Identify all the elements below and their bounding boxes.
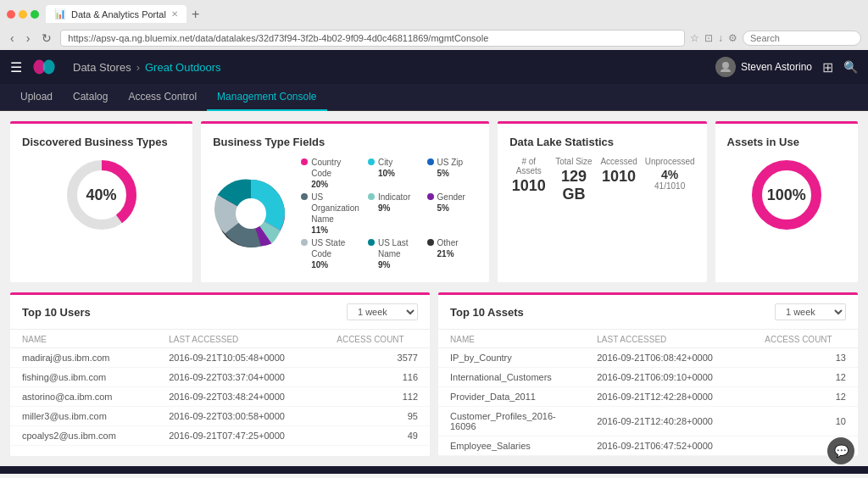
legend-label-3: US Organization Name <box>311 192 359 225</box>
th-assets-accessed: LAST ACCESSED <box>585 330 753 348</box>
tab-upload[interactable]: Upload <box>10 84 63 111</box>
asset-count-2: 12 <box>753 387 858 407</box>
dl-stats-card: Data Lake Statistics # of Assets 1010 To… <box>498 121 706 282</box>
top-assets-header-row: NAME LAST ACCESSED ACCESS COUNT <box>438 330 858 348</box>
tab-close-icon[interactable]: ✕ <box>171 9 178 19</box>
asset-count-0: 13 <box>753 348 858 368</box>
table-row: Provider_Data_2011 2016-09-21T12:42:28+0… <box>438 387 858 407</box>
legend-item-8: Other 21% <box>427 237 478 270</box>
minimize-button[interactable] <box>19 10 27 19</box>
top-assets-table-wrapper: NAME LAST ACCESSED ACCESS COUNT IP_by_Co… <box>438 330 858 456</box>
active-tab[interactable]: 📊 Data & Analytics Portal ✕ <box>46 5 186 23</box>
asset-name-4: Employee_Salaries <box>438 436 585 456</box>
top-assets-filter-select[interactable]: 1 week 1 month 3 months <box>775 303 846 320</box>
assets-percentage: 100% <box>767 186 806 204</box>
stat-size-value: 129 GB <box>554 168 593 203</box>
address-bar[interactable]: https://apsv-qa.ng.bluemix.net/data/data… <box>60 30 685 47</box>
legend-val-6: 10% <box>311 259 359 270</box>
download-icon[interactable]: ↓ <box>718 32 723 44</box>
menu-button[interactable]: ☰ <box>10 59 22 75</box>
legend-item-5: Gender 5% <box>427 192 478 236</box>
user-name-0: madiraj@us.ibm.com <box>10 348 157 368</box>
user-name-3: miller3@us.ibm.com <box>10 407 157 426</box>
bottom-row: Top 10 Users 1 week 1 month 3 months <box>10 292 858 456</box>
asset-accessed-0: 2016-09-21T06:08:42+0000 <box>585 348 753 368</box>
user-avatar <box>715 57 736 77</box>
reader-icon[interactable]: ⊡ <box>704 32 713 44</box>
legend-val-5: 5% <box>437 203 465 214</box>
assets-chart: 100% <box>727 157 846 233</box>
sub-nav: Upload Catalog Access Control Management… <box>0 84 868 111</box>
stat-unprocessed: Unprocessed 4% 41/1010 <box>645 157 695 203</box>
stat-unprocessed-value: 4% <box>645 168 695 181</box>
top-users-panel: Top 10 Users 1 week 1 month 3 months <box>10 292 430 456</box>
logo <box>32 58 56 75</box>
legend-dot-3 <box>301 193 308 200</box>
user-count-0: 3577 <box>325 348 430 368</box>
tab-management-console[interactable]: Management Console <box>207 84 326 111</box>
back-button[interactable]: ‹ <box>7 30 18 47</box>
asset-name-0: IP_by_Country <box>438 348 585 368</box>
legend-dot-0 <box>301 158 308 165</box>
top-nav-right: Steven Astorino ⊞ 🔍 <box>715 57 858 77</box>
asset-count-1: 12 <box>753 368 858 387</box>
svg-point-1 <box>43 60 55 75</box>
asset-count-3: 10 <box>753 407 858 436</box>
close-button[interactable] <box>7 10 15 19</box>
search-icon[interactable]: 🔍 <box>843 60 858 74</box>
legend-dot-8 <box>427 239 434 246</box>
assets-donut-wrapper: 100% <box>748 157 825 233</box>
legend-item-2: US Zip 5% <box>427 157 478 190</box>
top-assets-thead: NAME LAST ACCESSED ACCESS COUNT <box>438 330 858 348</box>
bt-fields-card: Business Type Fields <box>201 121 489 282</box>
top-users-filter: 1 week 1 month 3 months <box>347 303 418 320</box>
app-container: ☰ Data Stores › Great Outdoors Steven As… <box>0 50 868 474</box>
legend-item-4: Indicator 9% <box>368 192 419 236</box>
new-tab-button[interactable]: + <box>188 7 203 22</box>
asset-name-2: Provider_Data_2011 <box>438 387 585 407</box>
stat-assets: # of Assets 1010 <box>509 157 548 203</box>
user-name-1: fishing@us.ibm.com <box>10 368 157 387</box>
top-users-filter-select[interactable]: 1 week 1 month 3 months <box>347 303 418 320</box>
th-users-count: ACCESS COUNT <box>325 330 430 348</box>
asset-name-3: Customer_Profiles_2016-16096 <box>438 407 585 436</box>
legend-label-5: Gender <box>437 192 465 203</box>
user-name-2: astorino@ca.ibm.com <box>10 387 157 407</box>
legend-item-6: US State Code 10% <box>301 237 359 270</box>
tab-catalog[interactable]: Catalog <box>63 84 118 111</box>
extensions-icon[interactable]: ⚙ <box>728 32 737 44</box>
table-row: Employee_Salaries 2016-09-21T06:47:52+00… <box>438 436 858 456</box>
maximize-button[interactable] <box>31 10 39 19</box>
legend-dot-7 <box>368 239 375 246</box>
legend-label-7: US Last Name <box>378 237 419 259</box>
legend-dot-4 <box>368 193 375 200</box>
legend-label-4: Indicator <box>378 192 410 203</box>
legend-dot-5 <box>427 193 434 200</box>
table-row: madiraj@us.ibm.com 2016-09-21T10:05:48+0… <box>10 348 430 368</box>
grid-icon[interactable]: ⊞ <box>822 59 833 75</box>
top-users-header: Top 10 Users 1 week 1 month 3 months <box>10 295 430 330</box>
svg-point-2 <box>722 62 729 69</box>
breadcrumb: Data Stores › Great Outdoors <box>73 61 715 74</box>
forward-button[interactable]: › <box>23 30 34 47</box>
search-input[interactable] <box>743 31 861 46</box>
legend-val-3: 11% <box>311 225 359 236</box>
th-users-accessed: LAST ACCESSED <box>157 330 325 348</box>
chat-button[interactable]: 💬 <box>827 437 854 464</box>
top-users-table: NAME LAST ACCESSED ACCESS COUNT madiraj@… <box>10 330 430 446</box>
breadcrumb-parent[interactable]: Data Stores <box>73 61 131 74</box>
user-accessed-2: 2016-09-22T03:48:24+0000 <box>157 387 325 407</box>
top-assets-tbody: IP_by_Country 2016-09-21T06:08:42+0000 1… <box>438 348 858 456</box>
user-accessed-1: 2016-09-22T03:37:04+0000 <box>157 368 325 387</box>
logo-icon <box>32 58 56 75</box>
stat-unprocessed-label: Unprocessed <box>645 157 695 166</box>
tab-access-control[interactable]: Access Control <box>118 84 207 111</box>
table-row: cpoalys2@us.ibm.com 2016-09-21T07:47:25+… <box>10 426 430 446</box>
dl-stats-title: Data Lake Statistics <box>509 136 694 148</box>
bookmark-icon[interactable]: ☆ <box>690 32 699 44</box>
business-types-chart: 40% <box>22 157 181 233</box>
asset-accessed-1: 2016-09-21T06:09:10+0000 <box>585 368 753 387</box>
refresh-button[interactable]: ↻ <box>38 30 55 47</box>
top-users-header-row: NAME LAST ACCESSED ACCESS COUNT <box>10 330 430 348</box>
legend-item-7: US Last Name 9% <box>368 237 419 270</box>
